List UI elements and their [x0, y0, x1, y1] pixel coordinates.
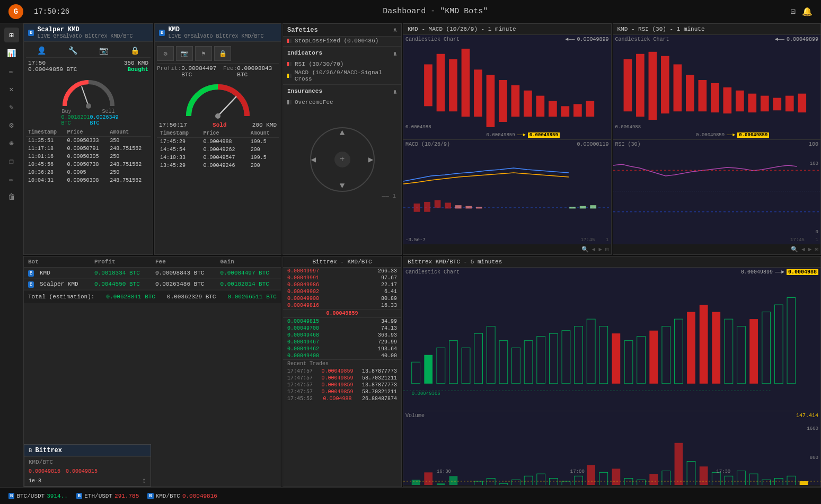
bots-table-panel: Bot Profit Fee Gain B KMD 0.0018334 BTC … [23, 256, 281, 488]
notification-icon[interactable]: 🔔 [802, 6, 813, 17]
rsi-fit-icon[interactable]: ⊡ [815, 246, 818, 253]
orderbook-bids: 0.0004981534.990.0004970074.130.00049468… [283, 318, 401, 359]
sidebar-icon-draw[interactable]: ✏ [4, 172, 19, 187]
svg-rect-87 [487, 478, 495, 485]
status-btc: B BTC/USDT 3914.. [8, 493, 68, 499]
svg-rect-96 [599, 472, 608, 485]
kmd-btn-2[interactable]: 📷 [176, 46, 193, 61]
svg-rect-83 [437, 483, 445, 485]
rsi-100-label: 100 [810, 161, 818, 166]
rsi-right-icon[interactable]: ► [808, 246, 812, 253]
svg-rect-88 [499, 483, 508, 485]
sidebar-icon-cross[interactable]: ✕ [4, 82, 19, 96]
macd-val: 0.00000119 [577, 142, 608, 147]
macd-right-icon[interactable]: ► [598, 246, 602, 253]
macd-indicator-area: MACD (10/26/9) 0.00000119 -3.5 [403, 139, 611, 244]
scalper-trade-table: Timestamp Price Amount 11:35:51 0.000503… [26, 128, 151, 184]
safety-dot-stoploss [287, 39, 292, 43]
kmd-btn-3[interactable]: ⚑ [195, 46, 212, 61]
svg-rect-18 [573, 104, 582, 117]
sidebar-icon-delete[interactable]: 🗑 [4, 190, 19, 205]
svg-rect-22 [424, 202, 430, 212]
ask-price: 0.00049991 [287, 275, 319, 281]
macd-fit-icon[interactable]: ⊡ [605, 246, 609, 253]
nav-center-btn[interactable]: + [340, 155, 345, 164]
svg-rect-24 [445, 203, 451, 209]
nav-right-btn[interactable]: ▶ [368, 154, 374, 165]
indicators-collapse[interactable]: ∧ [393, 50, 397, 58]
bots-total-row: Total (estimation): 0.00628841 BTC 0.003… [24, 290, 281, 303]
rsi-left-icon[interactable]: ◄ [801, 246, 805, 253]
ask-amount: 22.17 [381, 282, 397, 288]
ask-amount: 16.33 [381, 303, 397, 308]
list-item: 17:47:57 0.00049859 58.70321211 [283, 388, 401, 395]
exchange-price2: 0.00049815 [66, 468, 98, 474]
safeties-collapse[interactable]: ∧ [393, 26, 397, 34]
sidebar-icon-grid[interactable]: ⊞ [4, 28, 19, 42]
kmd-col-price: Price [200, 129, 248, 138]
kmd-btn-4[interactable]: 🔒 [214, 46, 231, 61]
svg-rect-94 [575, 476, 583, 485]
rsi-indicator-area: RSI (30) 100 100 0 17:45 1 [613, 139, 821, 244]
ask-amount: 266.33 [378, 268, 397, 274]
rsi-chart-header: KMD - RSI (30) - 1 minute [613, 24, 821, 35]
trade-amount: 248.751562 [108, 161, 151, 169]
svg-rect-12 [499, 80, 507, 122]
scalper-user-icon[interactable]: 👤 [37, 46, 46, 55]
kmd-title: KMD [168, 26, 263, 33]
screen-icon[interactable]: ⊡ [790, 6, 796, 17]
trade-price: 0.00050308 [65, 176, 108, 184]
bots-table: Bot Profit Fee Gain B KMD 0.0018334 BTC … [24, 257, 281, 290]
svg-rect-62 [575, 326, 583, 383]
rsi-indicator-svg [613, 149, 821, 233]
svg-rect-54 [474, 333, 483, 384]
status-kmd-icon: B [147, 493, 153, 499]
scalper-camera-icon[interactable]: 📷 [99, 46, 108, 55]
sidebar-icon-add[interactable]: ⊕ [4, 136, 19, 151]
bid-amount: 193.64 [378, 346, 397, 352]
rsi-indicator-label: RSI (30) [615, 142, 641, 147]
safeties-header: Safeties ∧ [283, 24, 401, 37]
sidebar-icon-settings[interactable]: ⚙ [4, 118, 19, 132]
kmd-trade-table: Timestamp Price Amount 17:45:29 0.000498… [157, 129, 279, 170]
sidebar-icon-pencil[interactable]: ✏ [4, 64, 19, 78]
macd-zoom-icon[interactable]: 🔍 [581, 246, 589, 253]
svg-rect-8 [449, 59, 457, 112]
svg-rect-77 [762, 312, 771, 383]
nav-down-btn[interactable]: ▼ [340, 181, 345, 191]
nav-up-btn[interactable]: ▲ [340, 128, 345, 138]
sidebar-icon-edit[interactable]: ✎ [4, 100, 19, 114]
svg-rect-78 [774, 305, 783, 384]
nav-left-btn[interactable]: ◀ [311, 154, 316, 165]
status-btc-value: 3914.. [47, 493, 68, 499]
indicators-title: Indicators [287, 50, 322, 58]
sidebar-icon-chart[interactable]: 📊 [4, 46, 19, 60]
svg-rect-33 [648, 52, 657, 120]
exchange-tick-arrows[interactable]: ↕ [142, 476, 146, 485]
svg-rect-65 [612, 333, 621, 384]
status-btc-label: BTC/USDT [16, 493, 45, 499]
svg-rect-15 [536, 96, 545, 117]
macd-left-icon[interactable]: ◄ [592, 246, 596, 253]
trade-amount: 250 [108, 169, 151, 176]
table-row: B KMD 0.0018334 BTC 0.00098843 BTC 0.000… [24, 267, 281, 278]
kmd-sold-time: 17:50:17 Sold 200 KMD [157, 121, 279, 129]
macd-indicator-label: MACD (10/26/9) [405, 142, 450, 147]
orderbook-asks: 0.00049997266.330.0004999197.670.0004998… [283, 268, 401, 309]
insurances-collapse[interactable]: ∧ [393, 88, 397, 96]
status-eth-value: 291.785 [114, 493, 139, 499]
svg-rect-60 [549, 333, 558, 384]
rsi-zoom-icon[interactable]: 🔍 [791, 246, 798, 253]
scalper-lock-icon[interactable]: 🔒 [130, 46, 139, 55]
macd-time1: 17:45 [580, 237, 595, 243]
bots-col-gain: Gain [216, 257, 281, 268]
kmd-btn-1[interactable]: ⚙ [157, 46, 174, 61]
svg-point-3 [215, 113, 220, 119]
main-candlestick-label: Candlestick Chart [405, 269, 460, 275]
sidebar-icon-copy[interactable]: ❐ [4, 154, 19, 169]
svg-rect-82 [424, 472, 432, 485]
svg-rect-17 [561, 106, 570, 117]
trade-price: 0.00049246 [200, 162, 248, 170]
indicator-dot-rsi [287, 62, 292, 66]
scalper-tool-icon[interactable]: 🔧 [68, 46, 77, 55]
